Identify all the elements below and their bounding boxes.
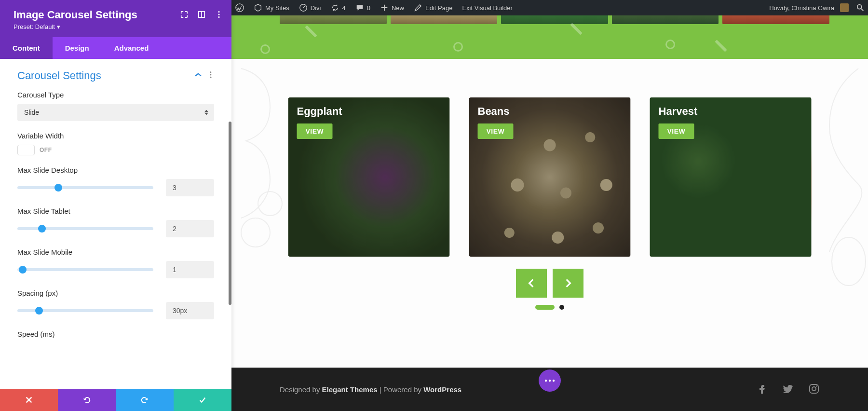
plus-icon — [380, 3, 389, 12]
card-title: Harvest — [659, 105, 698, 118]
kebab-icon[interactable] — [214, 10, 224, 19]
wordpress-icon — [235, 3, 244, 12]
panel-header: Image Carousel Settings Preset: Default … — [0, 0, 231, 37]
max-mobile-input[interactable] — [166, 261, 214, 278]
svg-point-8 — [210, 74, 212, 76]
max-tablet-input[interactable] — [166, 220, 214, 237]
svg-point-16 — [545, 380, 547, 382]
facebook-icon[interactable] — [756, 383, 768, 396]
max-mobile-label: Max Slide Mobile — [17, 248, 214, 256]
pencil-icon — [414, 3, 422, 12]
speed-label: Speed (ms) — [17, 330, 214, 338]
svg-point-9 — [210, 77, 212, 78]
svg-point-12 — [832, 237, 866, 286]
exit-vb-link[interactable]: Exit Visual Builder — [458, 0, 516, 15]
carousel-card[interactable]: Beans VIEW — [469, 97, 631, 257]
twitter-icon[interactable] — [782, 383, 794, 396]
admin-search-button[interactable] — [853, 0, 868, 15]
page-preview: Eggplant VIEW Beans VIEW Harvest VIEW De… — [231, 15, 868, 411]
edit-page-label: Edit Page — [425, 4, 452, 12]
new-label: New — [392, 4, 404, 12]
carousel-type-label: Carousel Type — [17, 91, 214, 99]
dashboard-icon — [299, 3, 308, 12]
scrollbar[interactable] — [229, 122, 231, 305]
spacing-input[interactable] — [166, 302, 214, 319]
columns-icon[interactable] — [197, 10, 206, 19]
edit-page-link[interactable]: Edit Page — [410, 0, 456, 15]
carousel-type-select[interactable]: Slide — [17, 104, 214, 121]
tab-advanced[interactable]: Advanced — [102, 37, 162, 59]
wp-logo[interactable] — [231, 0, 248, 15]
my-sites-link[interactable]: My Sites — [250, 0, 293, 15]
new-link[interactable]: New — [376, 0, 408, 15]
card-title: Eggplant — [297, 105, 342, 118]
instagram-icon[interactable] — [808, 383, 820, 396]
svg-point-6 — [218, 16, 219, 18]
wp-admin-bar: My Sites Divi 4 0 New Edit Page Exit Vis… — [231, 0, 868, 15]
tab-design[interactable]: Design — [53, 37, 102, 59]
slider-thumb[interactable] — [35, 307, 43, 315]
updates-count: 4 — [342, 4, 346, 12]
redo-button[interactable] — [116, 389, 174, 411]
panel-body: Carousel Settings Carousel Type Slide Va… — [0, 59, 231, 389]
svg-point-2 — [857, 5, 862, 9]
carousel-card[interactable]: Harvest VIEW — [650, 97, 812, 257]
slider-thumb[interactable] — [54, 184, 62, 192]
svg-point-4 — [218, 11, 219, 13]
site-name-link[interactable]: Divi — [295, 0, 325, 15]
howdy-link[interactable]: Howdy, Christina Gwira — [765, 0, 853, 15]
panel-footer — [0, 389, 231, 411]
card-image — [288, 97, 450, 257]
site-name-label: Divi — [311, 4, 321, 12]
max-tablet-slider[interactable] — [17, 227, 153, 230]
dot-active[interactable] — [535, 305, 555, 310]
avatar — [840, 3, 849, 12]
slider-thumb[interactable] — [19, 266, 27, 274]
prev-button[interactable] — [516, 269, 547, 298]
panel-preset[interactable]: Preset: Default ▾ — [14, 23, 218, 30]
comments-count: 0 — [367, 4, 370, 12]
toggle-state-text: OFF — [40, 147, 52, 153]
dot[interactable] — [559, 305, 564, 310]
carousel-cards: Eggplant VIEW Beans VIEW Harvest VIEW — [288, 97, 812, 257]
slider-thumb[interactable] — [38, 225, 46, 233]
max-tablet-label: Max Slide Tablet — [17, 207, 214, 215]
svg-point-5 — [218, 14, 219, 15]
tab-content[interactable]: Content — [0, 37, 53, 59]
view-button[interactable]: VIEW — [297, 123, 333, 139]
exit-vb-label: Exit Visual Builder — [462, 4, 513, 12]
svg-point-11 — [241, 218, 270, 247]
section-header[interactable]: Carousel Settings — [17, 69, 214, 82]
refresh-icon — [331, 3, 339, 12]
view-button[interactable]: VIEW — [478, 123, 514, 139]
undo-button[interactable] — [58, 389, 116, 411]
svg-point-14 — [812, 387, 816, 391]
variable-width-label: Variable Width — [17, 132, 214, 140]
max-mobile-slider[interactable] — [17, 268, 153, 271]
svg-point-15 — [816, 385, 817, 386]
save-button[interactable] — [174, 389, 231, 411]
chevron-up-icon[interactable] — [195, 71, 202, 80]
kebab-icon[interactable] — [207, 71, 214, 80]
next-button[interactable] — [553, 269, 583, 298]
divi-fab[interactable] — [539, 370, 561, 392]
svg-point-7 — [210, 71, 212, 73]
settings-panel: Image Carousel Settings Preset: Default … — [0, 0, 231, 411]
comments-link[interactable]: 0 — [352, 0, 374, 15]
svg-point-18 — [553, 380, 555, 382]
updates-link[interactable]: 4 — [327, 0, 350, 15]
view-button[interactable]: VIEW — [659, 123, 694, 139]
footer-credit: Designed by Elegant Themes | Powered by … — [280, 385, 461, 394]
cancel-button[interactable] — [0, 389, 58, 411]
expand-icon[interactable] — [179, 10, 189, 19]
comment-icon — [355, 3, 364, 12]
section-title: Carousel Settings — [17, 69, 101, 82]
max-desktop-slider[interactable] — [17, 186, 153, 189]
chevron-down-icon: ▾ — [57, 23, 60, 30]
network-icon — [254, 3, 262, 12]
carousel-card[interactable]: Eggplant VIEW — [288, 97, 450, 257]
max-desktop-label: Max Slide Desktop — [17, 166, 214, 174]
max-desktop-input[interactable] — [166, 179, 214, 196]
variable-width-toggle[interactable] — [17, 145, 35, 155]
spacing-slider[interactable] — [17, 309, 153, 312]
